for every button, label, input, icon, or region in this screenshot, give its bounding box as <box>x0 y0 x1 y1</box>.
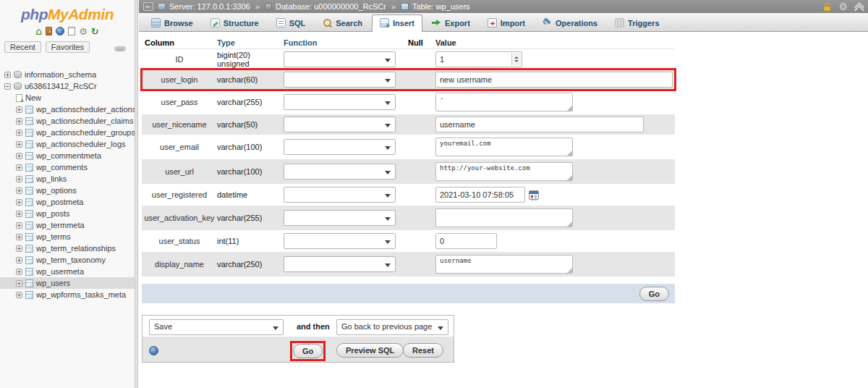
value-textarea-user_url[interactable]: http://your-website.com <box>435 162 573 181</box>
tree-expander-icon[interactable]: + <box>16 176 22 182</box>
value-textarea-user_pass[interactable]: - <box>435 93 573 111</box>
value-textarea-user_activation_key[interactable] <box>435 208 573 227</box>
tab-search[interactable]: Search <box>315 14 370 31</box>
value-input-user_login[interactable]: new username <box>435 72 673 88</box>
breadcrumb-item[interactable]: Database: u000000000_RcSCr <box>276 2 386 11</box>
tab-triggers[interactable]: Triggers <box>607 14 667 31</box>
function-select[interactable] <box>284 139 396 155</box>
column-name: ID <box>142 55 217 64</box>
tab-browse[interactable]: Browse <box>143 14 201 31</box>
sidebar-item-wp_wpforms_tasks_meta[interactable]: +wp_wpforms_tasks_meta <box>0 289 135 300</box>
function-select[interactable] <box>284 164 396 180</box>
home-icon[interactable]: ⌂ <box>35 26 42 36</box>
sidebar-item-wp_posts[interactable]: +wp_posts <box>0 208 135 219</box>
tab-export[interactable]: Export <box>424 14 478 31</box>
tree-expander-icon[interactable]: + <box>16 269 22 275</box>
tree-expander-icon[interactable]: + <box>16 153 22 159</box>
tree-expander-icon[interactable]: + <box>16 280 22 287</box>
number-spinner[interactable] <box>511 53 521 66</box>
phpmyadmin-logo[interactable]: phpMyAdmin <box>0 6 135 23</box>
submit-go-button[interactable]: Go <box>293 344 323 358</box>
tree-expander-icon[interactable]: − <box>4 83 11 90</box>
sidebar-item-wp_commentmeta[interactable]: +wp_commentmeta <box>0 150 135 161</box>
function-select[interactable] <box>284 187 396 203</box>
form-row-user_registered: user_registereddatetime2021-03-10 07:58:… <box>142 184 675 206</box>
tab-operations[interactable]: Operations <box>535 14 605 31</box>
breadcrumb-item[interactable]: Server: 127.0.0.1:3306 <box>169 2 250 11</box>
sidebar-item-wp_terms[interactable]: +wp_terms <box>0 231 135 242</box>
breadcrumb-separator: » <box>391 2 396 11</box>
function-select[interactable] <box>284 94 396 110</box>
sidebar-item-wp_actionscheduler_claims[interactable]: +wp_actionscheduler_claims <box>0 115 135 127</box>
header-type[interactable]: Type <box>217 38 284 47</box>
header-function[interactable]: Function <box>284 38 408 47</box>
sidebar-item-wp_options[interactable]: +wp_options <box>0 185 135 196</box>
tree-expander-icon[interactable]: + <box>16 292 22 298</box>
tab-structure[interactable]: Structure <box>203 14 267 31</box>
sidebar-gutter[interactable] <box>135 0 138 388</box>
sidebar-resize-handle[interactable] <box>114 46 126 51</box>
tree-expander-icon[interactable]: + <box>16 234 22 240</box>
tree-expander-icon[interactable]: + <box>16 211 22 217</box>
help-icon[interactable] <box>149 346 158 355</box>
value-textarea-user_email[interactable]: youremail.com <box>435 138 573 156</box>
breadcrumb-item[interactable]: Table: wp_users <box>412 2 470 11</box>
page-settings-icon[interactable]: ⚙ <box>838 2 848 12</box>
sidebar-item-wp_termmeta[interactable]: +wp_termmeta <box>0 219 135 231</box>
settings-icon[interactable]: ⚙ <box>79 27 88 36</box>
after-insert-select[interactable]: Go back to previous page <box>336 319 448 335</box>
preview-sql-button[interactable]: Preview SQL <box>336 343 404 358</box>
reset-button[interactable]: Reset <box>403 343 443 358</box>
refresh-icon[interactable]: ↻ <box>91 27 99 36</box>
help-icon[interactable] <box>56 27 64 35</box>
calendar-icon[interactable] <box>529 190 539 200</box>
logout-icon[interactable] <box>46 27 52 35</box>
sidebar-item-wp_term_relationships[interactable]: +wp_term_relationships <box>0 242 135 254</box>
sidebar-item-wp_users[interactable]: +wp_users <box>0 277 135 289</box>
function-select[interactable] <box>284 256 396 272</box>
favorites-dropdown[interactable]: Favorites <box>46 41 90 53</box>
tree-expander-icon[interactable]: + <box>4 72 11 78</box>
sidebar-item-wp_links[interactable]: +wp_links <box>0 173 135 185</box>
tab-sql[interactable]: SQL <box>268 14 314 31</box>
function-select[interactable] <box>284 210 396 226</box>
sidebar-item-wp_comments[interactable]: +wp_comments <box>0 161 135 173</box>
value-input-user_registered[interactable]: 2021-03-10 07:58:05 <box>435 187 525 203</box>
table-icon <box>25 233 33 241</box>
recent-dropdown[interactable]: Recent <box>4 41 41 53</box>
tab-import[interactable]: Import <box>480 14 533 31</box>
function-select[interactable] <box>284 72 396 88</box>
value-input-user_nicename[interactable]: username <box>435 117 644 132</box>
tree-expander-icon[interactable]: + <box>16 245 22 252</box>
sidebar-item-wp_postmeta[interactable]: +wp_postmeta <box>0 196 135 208</box>
function-select[interactable] <box>284 51 396 67</box>
tree-expander-icon[interactable]: + <box>16 222 22 229</box>
sidebar-item-wp_term_taxonomy[interactable]: +wp_term_taxonomy <box>0 254 135 266</box>
tree-expander-icon[interactable]: + <box>16 141 22 148</box>
save-action-select[interactable]: Save <box>149 319 284 335</box>
function-select[interactable] <box>284 117 396 132</box>
value-input-user_status[interactable]: 0 <box>435 233 497 249</box>
tree-expander-icon[interactable]: + <box>16 130 22 136</box>
sidebar-item-wp_actionscheduler_logs[interactable]: +wp_actionscheduler_logs <box>0 138 135 150</box>
tree-expander-icon[interactable]: + <box>16 106 22 113</box>
tree-expander-icon[interactable]: + <box>16 199 22 206</box>
sidebar-item-wp_actionscheduler_groups[interactable]: +wp_actionscheduler_groups <box>0 127 135 138</box>
tree-expander-icon[interactable]: + <box>16 164 22 171</box>
sidebar-item-wp_actionscheduler_actions[interactable]: +wp_actionscheduler_actions <box>0 104 135 115</box>
insert-go-button[interactable]: Go <box>639 287 669 301</box>
function-select[interactable] <box>284 233 396 249</box>
sidebar-item-wp_usermeta[interactable]: +wp_usermeta <box>0 266 135 277</box>
tree-expander-icon[interactable]: + <box>16 118 22 125</box>
sidebar-item-New[interactable]: New <box>0 92 135 104</box>
sidebar-item-information_schema[interactable]: +information_schema <box>0 69 135 80</box>
tab-insert[interactable]: Insert <box>372 14 422 32</box>
value-input-ID[interactable]: 1 <box>435 51 522 67</box>
collapse-nav-button[interactable]: ← <box>143 2 153 11</box>
sidebar-item-u638613412_RcSCr[interactable]: −u638613412_RcSCr <box>0 80 135 92</box>
value-textarea-display_name[interactable]: username <box>435 255 573 274</box>
collapse-top-icon[interactable] <box>854 3 864 10</box>
tree-expander-icon[interactable]: + <box>16 257 22 263</box>
docs-icon[interactable] <box>68 27 75 35</box>
tree-expander-icon[interactable]: + <box>16 187 22 194</box>
